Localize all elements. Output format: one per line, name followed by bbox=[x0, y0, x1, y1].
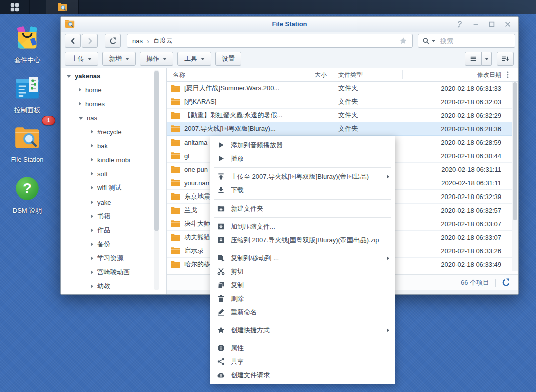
main-menu-button[interactable] bbox=[0, 0, 30, 14]
tree-item[interactable]: 作品 bbox=[61, 223, 166, 237]
tree-item[interactable]: soft bbox=[61, 167, 166, 181]
desktop-shortcut[interactable]: 1 控制面板 bbox=[4, 74, 50, 124]
tree-item[interactable]: 学习资源 bbox=[61, 251, 166, 265]
tree-expander-icon[interactable] bbox=[79, 88, 81, 92]
back-button[interactable] bbox=[65, 34, 81, 48]
toolbar-button[interactable]: 工具 bbox=[177, 52, 211, 66]
tree-scrollbar-thumb[interactable] bbox=[154, 71, 159, 231]
window-control-button[interactable] bbox=[486, 19, 497, 30]
tree-item[interactable]: 宫崎骏动画 bbox=[61, 265, 166, 279]
desktop-shortcut[interactable]: ? DSM 说明 bbox=[4, 174, 50, 225]
tree-expander-icon[interactable] bbox=[91, 270, 93, 274]
list-scrollbar[interactable] bbox=[512, 82, 518, 271]
view-mode-dropdown[interactable] bbox=[482, 52, 492, 66]
file-row[interactable]: 2007.导火线[国粤双版]Bluray)... 文件夹 2020-02-18 … bbox=[167, 122, 518, 136]
window-control-button[interactable] bbox=[502, 19, 513, 30]
context-menu-item[interactable]: 删除 bbox=[210, 292, 395, 305]
window-control-button[interactable] bbox=[470, 19, 481, 30]
context-menu-item[interactable]: 剪切 bbox=[210, 265, 395, 278]
context-menu-item[interactable]: 压缩到 2007.导火线[国粤双版]Bluray)(帝国出品).zip bbox=[210, 233, 395, 247]
search-caret-icon[interactable] bbox=[431, 39, 436, 43]
tree-expander-icon[interactable] bbox=[91, 130, 93, 134]
tree-item[interactable]: homes bbox=[61, 97, 166, 111]
tree-expander-icon[interactable] bbox=[91, 158, 93, 162]
tree-item[interactable]: 备份 bbox=[61, 237, 166, 251]
refresh-list-icon[interactable] bbox=[502, 278, 510, 287]
desktop-shortcut-icon: ? bbox=[14, 175, 40, 202]
favorite-star-icon[interactable] bbox=[399, 37, 407, 45]
tree-expander-icon[interactable] bbox=[79, 102, 81, 106]
file-row[interactable]: [夏日大作战]Summer.Wars.200... 文件夹 2020-02-18… bbox=[167, 82, 518, 95]
sort-button[interactable] bbox=[497, 52, 514, 66]
tree-expander-icon[interactable] bbox=[91, 200, 93, 204]
file-name: anitama bbox=[184, 139, 207, 146]
toolbar-button[interactable]: 新增 bbox=[102, 52, 136, 66]
tree-item[interactable]: kindle mobi bbox=[61, 153, 166, 167]
column-header-size[interactable]: 大小 bbox=[282, 70, 332, 79]
tree-item[interactable]: #recycle bbox=[61, 125, 166, 139]
tree-item[interactable]: home bbox=[61, 83, 166, 97]
toolbar-button[interactable]: 上传 bbox=[65, 52, 98, 66]
tree-expander-icon[interactable] bbox=[91, 256, 93, 260]
tree-item[interactable]: bak bbox=[61, 139, 166, 153]
tree-expander-icon[interactable] bbox=[91, 242, 93, 246]
context-menu-item[interactable]: 下载 bbox=[210, 183, 395, 197]
search-box[interactable] bbox=[418, 34, 515, 48]
titlebar[interactable]: File Station bbox=[61, 17, 518, 32]
context-menu-item[interactable]: 加到压缩文件... bbox=[210, 220, 395, 233]
tree-expander-icon[interactable] bbox=[91, 172, 93, 176]
file-row[interactable]: 【動畫】彩虹螢火蟲:永遠的暑假... 文件夹 2020-02-18 06:32:… bbox=[167, 109, 518, 122]
column-header-type[interactable]: 文件类型 bbox=[332, 70, 403, 79]
context-menu-item[interactable]: 创建文件请求 bbox=[210, 368, 395, 382]
tree-expander-icon[interactable] bbox=[91, 228, 93, 232]
forward-button[interactable] bbox=[82, 34, 98, 48]
folder-icon bbox=[171, 152, 180, 159]
context-menu-item[interactable]: 播放 bbox=[210, 152, 395, 165]
tree-expander-icon[interactable] bbox=[91, 186, 93, 190]
tree-scrollbar[interactable] bbox=[154, 70, 159, 290]
context-menu-item[interactable]: 添加到音频播放器 bbox=[210, 138, 395, 152]
desktop-shortcut-label: File Station bbox=[4, 156, 50, 163]
tree-expander-icon[interactable] bbox=[91, 284, 93, 288]
refresh-button[interactable] bbox=[105, 34, 121, 48]
desktop-shortcut[interactable]: 套件中心 bbox=[4, 24, 50, 74]
column-options-icon[interactable] bbox=[504, 71, 512, 79]
context-menu-item[interactable]: 上传至 2007.导火线[国粤双版]Bluray)(帝国出品) bbox=[210, 170, 395, 183]
taskbar-file-station-tab[interactable] bbox=[46, 0, 79, 14]
breadcrumb-current[interactable]: 百度云 bbox=[153, 36, 173, 45]
context-menu-item[interactable]: 重新命名 bbox=[210, 305, 395, 319]
toolbar-button[interactable]: 设置 bbox=[215, 52, 241, 66]
breadcrumb-root[interactable]: nas bbox=[132, 37, 143, 45]
tree-item[interactable]: 书籍 bbox=[61, 209, 166, 223]
tree-expander-icon[interactable] bbox=[91, 214, 93, 218]
context-menu-item[interactable]: 属性 bbox=[210, 341, 395, 355]
breadcrumb[interactable]: nas › 百度云 bbox=[127, 34, 413, 48]
list-scrollbar-thumb[interactable] bbox=[513, 82, 517, 220]
tree-expander-icon[interactable] bbox=[67, 75, 71, 78]
tree-item[interactable]: 幼教 bbox=[61, 279, 166, 293]
context-menu-item[interactable]: 创建快捷方式 bbox=[210, 323, 395, 337]
window-control-button[interactable] bbox=[454, 19, 465, 30]
caret-down-icon bbox=[88, 58, 92, 60]
folder-icon bbox=[171, 207, 180, 214]
context-menu-item[interactable]: 共享 bbox=[210, 355, 395, 368]
column-header-name[interactable]: 名称 bbox=[167, 70, 282, 79]
toolbar-button[interactable]: 操作 bbox=[140, 52, 173, 66]
view-mode-button[interactable] bbox=[465, 52, 482, 66]
file-row[interactable]: [鸦KARAS] 文件夹 2020-02-18 06:32:03 bbox=[167, 95, 518, 109]
column-header-date[interactable]: 修改日期 bbox=[403, 70, 518, 79]
tree-expander-icon[interactable] bbox=[79, 117, 83, 120]
context-menu-item[interactable]: 复制 bbox=[210, 278, 395, 292]
tree-expander-icon[interactable] bbox=[91, 144, 93, 148]
desktop-shortcut[interactable]: File Station bbox=[4, 124, 50, 174]
context-menu-item[interactable]: 复制到/移动到 ... bbox=[210, 251, 395, 265]
tree-item[interactable]: yake bbox=[61, 195, 166, 209]
tree-item[interactable]: wifi 测试 bbox=[61, 181, 166, 195]
tree-item[interactable]: yakenas bbox=[61, 69, 166, 83]
context-menu-item-icon bbox=[217, 223, 225, 231]
tree-item[interactable]: nas bbox=[61, 111, 166, 125]
file-date-cell: 2020-02-18 06:28:59 bbox=[403, 139, 518, 146]
context-menu-item[interactable]: 新建文件夹 bbox=[210, 202, 395, 215]
file-date-cell: 2020-02-18 06:31:11 bbox=[403, 179, 518, 187]
search-input[interactable] bbox=[439, 37, 511, 45]
